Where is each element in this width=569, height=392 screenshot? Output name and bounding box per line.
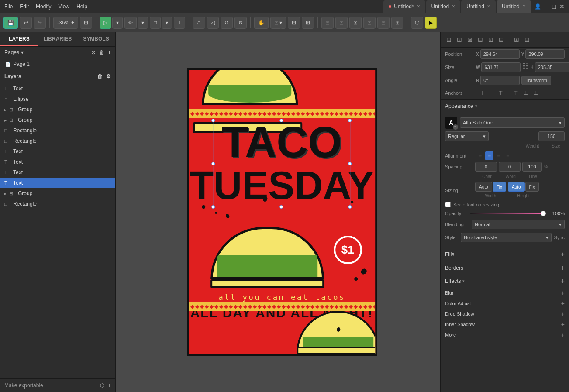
menu-item-help[interactable]: Help [76,3,87,10]
w-input[interactable] [481,62,521,72]
dist-h-btn[interactable]: ⊞ [512,35,521,45]
align-right-text-btn[interactable]: ≡ [494,151,503,160]
grid-btn[interactable]: ⊞ [302,17,314,29]
layer-text-3[interactable]: T Text [0,157,115,167]
tab-untitled-1[interactable]: Untitled* ✕ [383,0,425,13]
fills-section[interactable]: Fills + [441,248,569,261]
expand-icon-2[interactable]: ▸ [4,118,7,123]
export-btn[interactable]: ⬡ [411,17,423,29]
anchor-right-icon[interactable]: ⊤ [496,89,505,97]
align-left-btn[interactable]: ⊟ [444,35,454,45]
x-input[interactable] [480,49,520,59]
close-window-btn[interactable]: ✕ [559,3,565,10]
scale-font-checkbox[interactable] [445,202,451,207]
anchor-bottom-icon[interactable]: ⊥ [531,89,540,97]
layer-rect-3[interactable]: □ Rectangle [0,199,115,209]
menu-item-view[interactable]: View [58,3,69,10]
align-left-text-btn[interactable]: ≡ [476,151,484,160]
tab-untitled-3[interactable]: Untitled ✕ [461,0,496,13]
char-spacing-input[interactable] [475,162,497,172]
add-more-icon[interactable]: + [561,331,565,338]
add-color-adjust-icon[interactable]: + [561,300,565,307]
align-center-text-btn[interactable]: ≡ [485,151,493,160]
pencil-tool[interactable]: ✏ [124,17,137,29]
libraries-tab[interactable]: LIBRARIES [38,32,77,46]
menu-item-modify[interactable]: Modify [36,3,51,10]
fit-btn[interactable]: ⊞ [80,17,92,29]
export-add-icon[interactable]: + [108,382,111,389]
align2-btn[interactable]: ⊡ [335,17,348,29]
word-spacing-input[interactable] [499,162,521,172]
align4-btn[interactable]: ⊡ [363,17,376,29]
page-1-item[interactable]: 📄 Page 1 [0,58,115,70]
auto-width-btn[interactable]: Auto [475,182,492,192]
minimize-btn[interactable]: ─ [545,3,549,10]
layer-text-2[interactable]: T Text [0,146,115,157]
r-input[interactable] [480,76,520,85]
lock-aspect-icon[interactable]: ⛓ [522,62,528,72]
undo-btn[interactable]: ↩ [20,17,32,29]
transform-btn[interactable]: Transform [521,76,551,85]
expand-icon[interactable]: ▸ [4,107,7,112]
symbols-tab[interactable]: SYMBOLS [77,32,115,46]
anchor-hcenter-icon[interactable]: ⊢ [486,89,495,97]
anchor-left-icon[interactable]: ⊣ [476,89,485,97]
arrange-dropdown[interactable]: ▾ [279,17,282,29]
color-selector[interactable]: Regular ▾ [445,131,489,141]
layer-rect-1[interactable]: □ Rectangle [0,125,115,136]
align-justify-text-btn[interactable]: ≡ [503,151,512,160]
rotate-ccw-btn[interactable]: ↺ [221,17,233,29]
shape-dropdown[interactable]: ▾ [162,17,172,29]
layer-rect-2[interactable]: □ Rectangle [0,136,115,146]
add-drop-shadow-icon[interactable]: + [561,310,565,317]
layer-delete-icon[interactable]: 🗑 [97,73,103,79]
layer-settings-icon[interactable]: ⚙ [106,73,111,79]
redo-btn[interactable]: ↪ [34,17,46,29]
expand-icon-3[interactable]: ▸ [4,191,7,196]
warning-btn[interactable]: ⚠ [193,17,205,29]
align-center-h-btn[interactable]: ⊡ [455,35,464,45]
tab-close-2[interactable]: ✕ [452,4,455,9]
sync-btn[interactable]: Sync [554,235,565,240]
add-blur-icon[interactable]: + [561,289,565,296]
add-border-icon[interactable]: + [561,264,565,272]
add-fill-icon[interactable]: + [561,251,565,258]
layer-text-4[interactable]: T Text [0,167,115,178]
flip-h-btn[interactable]: ◁ [207,17,219,29]
align1-btn[interactable]: ⊟ [321,17,334,29]
font-color-dot[interactable]: ✏ [453,124,458,130]
preview-btn[interactable]: ▶ [425,17,437,29]
tab-close-4[interactable]: ✕ [522,4,526,9]
menu-item-edit[interactable]: Edit [20,3,29,10]
select-dropdown[interactable]: ▾ [112,17,123,29]
select-tool[interactable]: ▷ [100,17,111,29]
text-tool[interactable]: T [174,17,185,29]
opacity-slider[interactable] [470,213,546,214]
pencil-dropdown[interactable]: ▾ [138,17,148,29]
align-center-v-btn[interactable]: ⊡ [486,35,496,45]
align6-btn[interactable]: ⊞ [391,17,403,29]
add-effect-icon[interactable]: + [561,277,565,285]
page-toggle-icon[interactable]: ⊙ [91,49,96,55]
tab-untitled-4[interactable]: Untitled ✕ [497,0,531,13]
anchor-vcenter-icon[interactable]: ⊥ [521,89,530,97]
layer-text-1[interactable]: T Text [0,83,115,94]
tab-close-3[interactable]: ✕ [487,4,490,9]
page-delete-icon[interactable]: 🗑 [99,49,104,55]
canvas[interactable]: ◆◆◆◆◆◆◆◆◆◆◆◆◆◆◆◆◆◆◆◆◆◆◆◆◆◆◆◆◆◆◆◆◆◆◆◆◆◆◆◆… [116,32,440,392]
add-inner-shadow-icon[interactable]: + [561,321,565,328]
zoom-plus[interactable]: + [71,20,74,26]
layer-ellipse[interactable]: ○ Ellipse [0,94,115,104]
shape-tool[interactable]: □ [150,17,161,29]
layer-group-3[interactable]: ▸ ⊞ Group [0,188,115,199]
fix-height-btn[interactable]: Fix [525,182,539,192]
dist-v-btn[interactable]: ⊟ [522,35,532,45]
style-selector[interactable]: No shared style ▾ [461,233,552,242]
save-btn[interactable]: 💾 [3,17,18,29]
tab-close-1[interactable]: ✕ [417,4,420,9]
add-tab-icon[interactable]: 👤 [535,3,541,10]
layers-tab[interactable]: LAYERS [0,32,38,46]
weight-input[interactable] [538,131,565,141]
blending-selector[interactable]: Normal ▾ [472,220,565,229]
layer-text-5[interactable]: T Text [0,178,115,188]
